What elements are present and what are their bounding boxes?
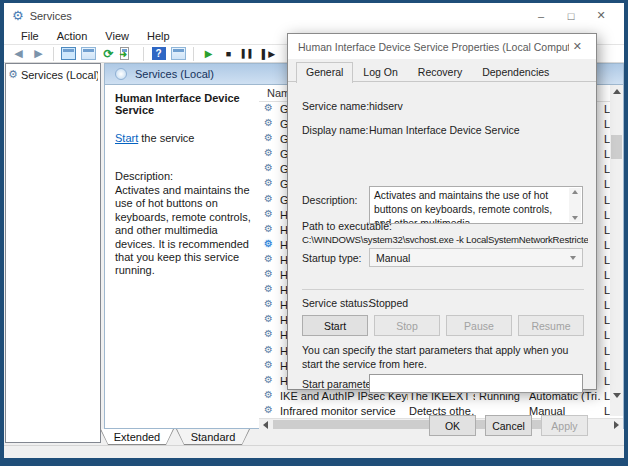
scroll-right-icon[interactable]: [610, 419, 623, 430]
toolbar-separator: [143, 47, 144, 61]
service-status-label: Service status:: [302, 297, 371, 309]
service-action-line: Start the service: [115, 132, 257, 144]
export-list-icon[interactable]: ➜: [120, 46, 137, 61]
start-parameters-input[interactable]: [369, 374, 583, 393]
scroll-up-icon[interactable]: [610, 85, 623, 98]
dialog-close-icon[interactable]: ✕: [569, 38, 586, 55]
window-titlebar: ⚙ Services – □ ✕: [4, 3, 624, 28]
menu-file[interactable]: File: [12, 30, 48, 42]
tab-log-on[interactable]: Log On: [353, 62, 407, 82]
service-gear-icon: ⚙: [264, 177, 273, 188]
service-gear-icon: ⚙: [264, 313, 273, 324]
service-gear-icon: ⚙: [264, 162, 273, 173]
dialog-description-box[interactable]: Activates and maintains the use of hot b…: [369, 186, 583, 224]
service-gear-icon: ⚙: [264, 359, 273, 370]
forward-icon[interactable]: ▶: [30, 46, 47, 61]
service-gear-icon: ⚙: [264, 253, 273, 264]
start-service-icon[interactable]: ▶: [200, 46, 217, 61]
show-console-tree-icon[interactable]: [60, 46, 77, 61]
tab-extended[interactable]: Extended: [100, 429, 174, 445]
restart-service-icon[interactable]: ▌▶: [260, 46, 277, 61]
description-label: Description:: [115, 170, 257, 182]
stop-button: Stop: [374, 315, 440, 336]
menu-action[interactable]: Action: [48, 30, 97, 42]
help-icon[interactable]: ?: [150, 46, 167, 61]
tab-extended-label: Extended: [100, 429, 174, 445]
pause-service-icon[interactable]: ▌▌: [240, 46, 257, 61]
display-name-value: Human Interface Device Service: [369, 124, 520, 136]
service-gear-icon: ⚙: [264, 404, 273, 415]
close-icon[interactable]: ✕: [586, 5, 616, 27]
service-gear-icon: ⚙: [264, 147, 273, 158]
stop-service-icon[interactable]: ■: [220, 46, 237, 61]
start-button[interactable]: Start: [302, 315, 368, 336]
ok-button[interactable]: OK: [429, 415, 476, 436]
service-gear-icon: ⚙: [264, 283, 273, 294]
description-text: Activates and maintains the use of hot b…: [115, 184, 257, 278]
dialog-description-label: Description:: [302, 194, 357, 206]
dropdown-caret-icon: [570, 256, 576, 260]
resume-button: Resume: [518, 315, 584, 336]
extended-info-pane: Human Interface Device Service Start the…: [115, 92, 257, 278]
startup-type-dropdown[interactable]: Manual: [369, 248, 583, 267]
path-value: C:\WINDOWS\system32\svchost.exe -k Local…: [302, 234, 588, 245]
service-gear-icon: ⚙: [264, 117, 273, 128]
window-title: Services: [30, 10, 526, 22]
apply-button: Apply: [541, 415, 588, 436]
menu-view[interactable]: View: [96, 30, 138, 42]
tab-recovery[interactable]: Recovery: [408, 62, 472, 82]
service-gear-icon: ⚙: [264, 238, 273, 249]
panel-header-label: Services (Local): [135, 68, 214, 80]
back-icon[interactable]: ◀: [10, 46, 27, 61]
action-suffix: the service: [138, 132, 194, 144]
vertical-scrollbar[interactable]: [610, 85, 623, 416]
minimize-icon[interactable]: –: [526, 5, 556, 27]
service-status-value: Stopped: [369, 297, 408, 309]
tree-item-services-local[interactable]: ⚙ Services (Local): [8, 68, 98, 81]
service-name-value: hidserv: [369, 100, 403, 112]
maximize-icon[interactable]: □: [556, 5, 586, 27]
path-label: Path to executable:: [302, 220, 392, 232]
services-window: ⚙ Services – □ ✕ File Action View Help ◀…: [0, 0, 628, 466]
pause-button: Pause: [446, 315, 512, 336]
show-action-pane-icon[interactable]: [170, 46, 187, 61]
start-parameters-hint: You can specify the start parameters tha…: [302, 344, 586, 371]
dialog-footer-buttons: OK Cancel Apply: [429, 415, 588, 436]
scroll-left-icon[interactable]: [259, 419, 272, 430]
service-gear-icon: ⚙: [264, 328, 273, 339]
tab-general[interactable]: General: [296, 62, 353, 83]
services-header-icon: [115, 68, 127, 80]
dialog-title: Human Interface Device Service Propertie…: [298, 41, 569, 53]
dialog-tabs: General Log On Recovery Dependencies: [288, 61, 596, 82]
service-gear-icon: ⚙: [264, 389, 273, 400]
status-bar: [4, 445, 624, 458]
service-gear-icon: ⚙: [264, 208, 273, 219]
description-scroll-down-icon[interactable]: [572, 216, 578, 220]
service-gear-icon: ⚙: [264, 374, 273, 385]
toolbar-separator: [193, 47, 194, 61]
menu-help[interactable]: Help: [138, 30, 179, 42]
start-service-link[interactable]: Start: [115, 132, 138, 144]
tab-dependencies[interactable]: Dependencies: [472, 62, 559, 82]
service-gear-icon: ⚙: [264, 102, 273, 113]
service-gear-icon: ⚙: [264, 223, 273, 234]
description-scroll-up-icon[interactable]: [572, 190, 578, 194]
startup-type-label: Startup type:: [302, 252, 362, 264]
service-name-label: Service name:: [302, 100, 369, 112]
cancel-button[interactable]: Cancel: [485, 415, 532, 436]
view-tabs: Extended Standard: [100, 429, 250, 446]
service-gear-icon: ⚙: [264, 193, 273, 204]
console-tree: ⚙ Services (Local): [5, 63, 101, 443]
properties-dialog: Human Interface Device Service Propertie…: [287, 33, 597, 390]
scroll-down-icon[interactable]: [610, 389, 623, 402]
tab-standard[interactable]: Standard: [176, 429, 250, 445]
display-name-label: Display name:: [302, 124, 369, 136]
description-scrollbar[interactable]: [569, 188, 581, 222]
vertical-scroll-thumb[interactable]: [611, 135, 622, 159]
services-app-icon: ⚙: [12, 8, 24, 23]
service-gear-icon: ⚙: [264, 298, 273, 309]
selected-service-title: Human Interface Device Service: [115, 92, 257, 116]
refresh-icon[interactable]: ⟳: [100, 46, 117, 61]
service-gear-icon: ⚙: [264, 344, 273, 355]
properties-window-icon[interactable]: [80, 46, 97, 61]
